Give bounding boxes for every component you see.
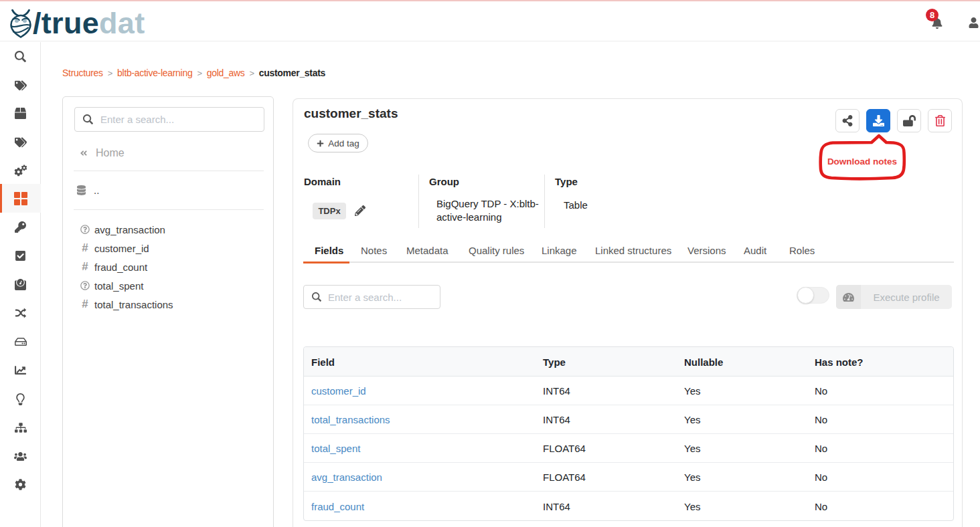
svg-text:/truedat: /truedat	[33, 7, 145, 39]
svg-text:Download notes: Download notes	[827, 156, 897, 167]
